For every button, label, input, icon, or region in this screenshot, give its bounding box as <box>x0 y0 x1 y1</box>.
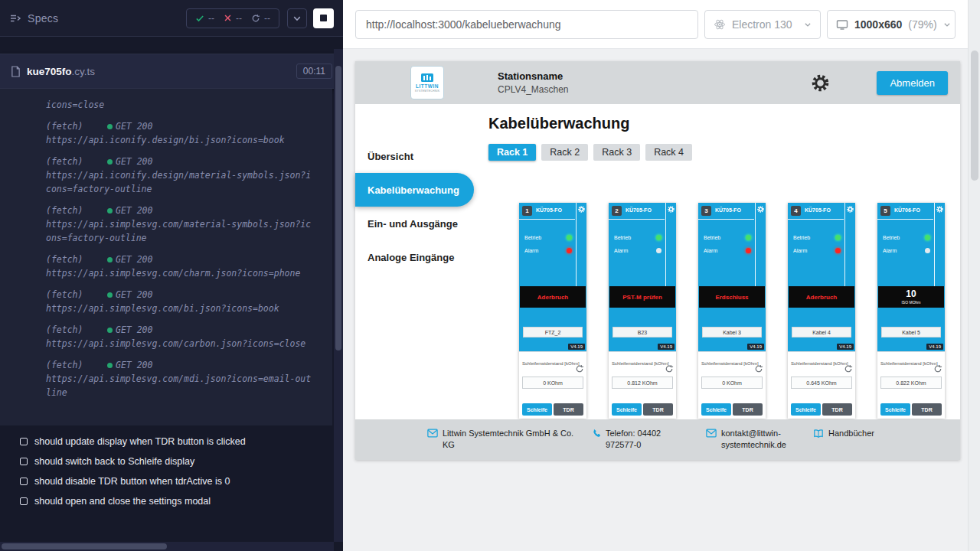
alarm-led <box>925 248 930 253</box>
alarm-label: Alarm <box>793 248 807 253</box>
status-dot <box>107 328 113 333</box>
test-state-icon <box>20 458 28 465</box>
network-log-entry[interactable]: (fetch)GET 200 https://api.simplesvg.com… <box>46 358 323 399</box>
device-model: KÜ705-FO <box>805 207 831 213</box>
book-icon <box>813 429 824 439</box>
schleife-button[interactable]: Schleife <box>522 403 552 416</box>
measurement-label: Schleifenwiderstand [kOhm] <box>522 361 583 366</box>
cable-name-field[interactable]: Kabel 3 <box>702 327 762 337</box>
log-wrapped-line: icons=close <box>46 98 323 112</box>
network-log-entry[interactable]: (fetch)GET 200 https://api.simplesvg.com… <box>46 253 323 280</box>
cable-name-field[interactable]: FTZ_2 <box>523 327 583 337</box>
network-log-entry[interactable]: (fetch)GET 200 https://api.simplesvg.com… <box>46 323 323 350</box>
command-log: icons=close (fetch)GET 200 https://api.i… <box>0 89 332 425</box>
viewport-icon <box>836 18 848 31</box>
cable-name-field[interactable]: Kabel 5 <box>881 327 941 337</box>
scrollbar-thumb[interactable] <box>2 543 167 549</box>
littwin-logo: LITTWIN SYSTEMTECHNIK <box>410 66 444 99</box>
device-model: KÜ706-FO <box>894 207 920 213</box>
footer-manuals[interactable]: Handbücher <box>813 428 897 439</box>
refresh-icon[interactable] <box>665 364 674 373</box>
runner-header: Specs -- -- -- <box>0 0 343 37</box>
sidebar-item-kabelueberwachung[interactable]: Kabelüberwachung <box>355 173 474 207</box>
runner-vertical-scrollbar[interactable] <box>334 49 343 542</box>
page-scrollbar[interactable] <box>968 0 980 551</box>
status-display: Aderbruch <box>789 286 854 308</box>
status-dot <box>107 292 113 298</box>
cable-name-field[interactable]: Kabel 4 <box>792 327 851 337</box>
card-settings-gear-icon[interactable] <box>847 206 854 213</box>
test-item[interactable]: should switch back to Schleife display <box>20 456 326 467</box>
tab-rack-4[interactable]: Rack 4 <box>645 144 692 161</box>
schleife-button[interactable]: Schleife <box>791 403 821 416</box>
device-card: 4 KÜ705-FO Betrieb Alarm Aderbruch Kabel… <box>788 203 855 419</box>
tab-rack-1[interactable]: Rack 1 <box>488 144 536 161</box>
refresh-icon[interactable] <box>575 364 584 373</box>
status-dot <box>107 363 113 368</box>
viewport-select[interactable]: 1000x660 (79%) <box>827 10 956 39</box>
phone-icon <box>591 429 601 451</box>
network-log-entry[interactable]: (fetch)GET 200 https://api.simplesvg.com… <box>46 204 323 245</box>
slot-number: 4 <box>791 206 801 216</box>
card-settings-gear-icon[interactable] <box>936 206 943 213</box>
tab-rack-2[interactable]: Rack 2 <box>541 144 588 161</box>
test-item[interactable]: should open and close the settings modal <box>20 496 326 507</box>
refresh-icon[interactable] <box>754 364 763 373</box>
runner-horizontal-scrollbar[interactable] <box>0 542 334 551</box>
card-settings-gear-icon[interactable] <box>578 206 585 213</box>
logout-button[interactable]: Abmelden <box>877 71 948 95</box>
network-log-entry[interactable]: (fetch)GET 200 https://api.iconify.desig… <box>46 155 323 196</box>
browser-select[interactable]: Electron 130 <box>704 10 821 39</box>
iso-value: 10 <box>906 289 916 299</box>
schleife-button[interactable]: Schleife <box>612 403 642 416</box>
tdr-button[interactable]: TDR <box>554 403 583 416</box>
scrollbar-thumb[interactable] <box>335 66 341 350</box>
request-url: https://api.simplesvg.com/charm.json?ico… <box>46 266 315 280</box>
stop-icon <box>320 15 327 21</box>
device-model: KÜ705-FO <box>536 207 562 213</box>
test-item[interactable]: should disable TDR button when tdrActive… <box>20 476 326 487</box>
card-settings-gear-icon[interactable] <box>668 206 675 213</box>
status-display: Erdschluss <box>699 286 765 308</box>
scrollbar-thumb[interactable] <box>971 51 978 181</box>
tab-rack-3[interactable]: Rack 3 <box>593 144 640 161</box>
network-log-entry[interactable]: (fetch)GET 200 https://api.iconify.desig… <box>46 119 323 147</box>
tdr-button[interactable]: TDR <box>912 403 942 416</box>
url-input[interactable] <box>355 10 698 39</box>
schleife-button[interactable]: Schleife <box>701 403 731 416</box>
cypress-runner-panel: Specs -- -- -- kue705fo .cy.ts 00:11 <box>0 0 343 551</box>
stat-pending: -- <box>251 13 270 24</box>
firmware-version: V4.19 <box>658 344 675 350</box>
alarm-label: Alarm <box>883 248 897 253</box>
cable-name-field[interactable]: B23 <box>612 327 672 337</box>
test-state-icon <box>20 497 28 505</box>
network-log-entry[interactable]: (fetch)GET 200 https://api.simplesvg.com… <box>46 288 323 315</box>
sidebar-item-uebersicht[interactable]: Übersicht <box>355 139 474 173</box>
specs-menu-icon[interactable] <box>9 12 21 24</box>
slot-number: 5 <box>880 206 890 216</box>
alarm-led <box>746 248 751 253</box>
tdr-button[interactable]: TDR <box>733 403 763 416</box>
test-item[interactable]: should update display when TDR button is… <box>20 436 326 447</box>
refresh-icon[interactable] <box>844 364 853 373</box>
device-card: 5 KÜ706-FO Betrieb Alarm 10 ISO MOhm Kab… <box>877 203 945 419</box>
measurement-label: Schleifenwiderstand [kOhm] <box>612 361 673 366</box>
spec-name: kue705fo <box>27 66 72 77</box>
stat-failed: -- <box>224 13 242 24</box>
stop-button[interactable] <box>313 8 334 28</box>
sidebar-item-ein-und-ausgaenge[interactable]: Ein- und Ausgänge <box>355 207 474 240</box>
betrieb-led <box>925 235 930 240</box>
schleife-button[interactable]: Schleife <box>880 403 910 416</box>
tdr-button[interactable]: TDR <box>822 403 852 416</box>
tdr-button[interactable]: TDR <box>643 403 673 416</box>
sidebar-item-analoge-eingaenge[interactable]: Analoge Eingänge <box>355 240 474 274</box>
settings-gear-icon[interactable] <box>812 74 829 92</box>
app-footer: Littwin Systemtechnik GmbH & Co. KG Tele… <box>355 419 960 460</box>
collapse-button[interactable] <box>287 8 307 28</box>
spec-file-row[interactable]: kue705fo .cy.ts 00:11 <box>0 54 343 89</box>
test-state-icon <box>20 478 28 485</box>
refresh-icon[interactable] <box>933 364 942 373</box>
card-settings-gear-icon[interactable] <box>757 206 764 213</box>
chevron-down-icon <box>804 21 812 28</box>
app-sidebar: Übersicht Kabelüberwachung Ein- und Ausg… <box>355 104 474 419</box>
